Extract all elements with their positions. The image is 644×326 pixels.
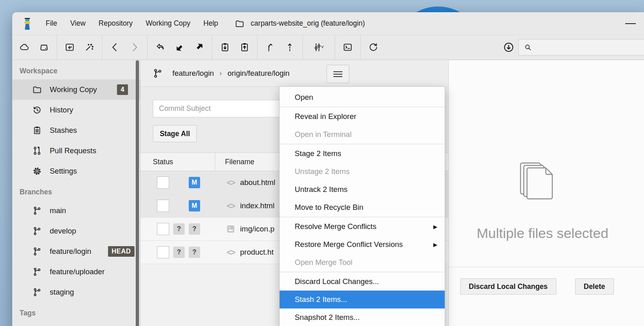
sidebar-item-label: History bbox=[50, 106, 73, 115]
menu-separator bbox=[280, 272, 445, 272]
sidebar-item-label: Stashes bbox=[50, 126, 77, 135]
branch-label: develop bbox=[50, 227, 76, 236]
stage-checkbox[interactable] bbox=[157, 223, 169, 235]
clipboard-up-icon bbox=[239, 42, 250, 53]
branch-arrow-icon bbox=[265, 42, 276, 53]
window-title-text: carparts-website_orig (feature/login) bbox=[251, 19, 365, 28]
cloud-button[interactable] bbox=[15, 37, 34, 57]
sidebar-item-branch-feature-login[interactable]: feature/login HEAD bbox=[12, 241, 140, 262]
branch-icon bbox=[32, 205, 42, 216]
filename: product.ht bbox=[240, 248, 273, 257]
search-input[interactable] bbox=[533, 44, 643, 51]
staged-status-badge: ? bbox=[173, 247, 185, 258]
menu-working-copy[interactable]: Working Copy bbox=[141, 17, 195, 30]
sidebar-item-label: Settings bbox=[50, 167, 77, 176]
stage-checkbox[interactable] bbox=[157, 200, 169, 212]
filename: index.html bbox=[240, 201, 274, 210]
branch-icon bbox=[32, 226, 42, 236]
branch-icon bbox=[32, 246, 42, 257]
sidebar-item-branch-develop[interactable]: develop bbox=[12, 221, 140, 241]
menu-file[interactable]: File bbox=[41, 17, 62, 30]
stage-checkbox[interactable] bbox=[157, 246, 169, 258]
discard-local-changes-button[interactable]: Discard Local Changes bbox=[460, 278, 556, 295]
menu-item-untrack-2-items[interactable]: Untrack 2 Items bbox=[280, 181, 445, 198]
menu-item-unstage-2-items: Unstage 2 Items bbox=[280, 163, 445, 181]
breadcrumb-local-branch[interactable]: feature/login bbox=[172, 69, 214, 78]
stage-all-button[interactable]: Stage All bbox=[153, 125, 197, 142]
branch-menu-button[interactable] bbox=[326, 65, 349, 83]
toolbar-separator bbox=[57, 35, 57, 59]
push-arrow-icon bbox=[194, 42, 205, 53]
terminal-icon bbox=[342, 42, 353, 53]
fetch-button[interactable] bbox=[150, 37, 170, 57]
code-file-icon: <> bbox=[227, 248, 234, 257]
sidebar-item-history[interactable]: History bbox=[12, 100, 140, 120]
fetch-all-button[interactable] bbox=[499, 37, 518, 57]
refresh-button[interactable] bbox=[364, 37, 383, 57]
unstaged-status-badge: ? bbox=[189, 223, 200, 235]
menu-item-move-to-recycle-bin[interactable]: Move to Recycle Bin bbox=[280, 198, 445, 216]
menu-item-snapshot-2-items[interactable]: Snapshot 2 Items... bbox=[280, 308, 445, 326]
filename: about.html bbox=[240, 178, 275, 187]
delete-button[interactable]: Delete bbox=[575, 278, 614, 295]
sidebar-item-settings[interactable]: Settings bbox=[12, 161, 140, 181]
apply-stash-button[interactable] bbox=[235, 37, 254, 57]
sidebar-item-pull-requests[interactable]: Pull Requests bbox=[12, 141, 140, 161]
unstaged-status-badge: M bbox=[189, 177, 200, 188]
context-menu: Open Reveal in Explorer Open in Terminal… bbox=[279, 86, 445, 326]
menu-item-discard-local-changes[interactable]: Discard Local Changes... bbox=[280, 273, 445, 291]
minimize-button[interactable] bbox=[625, 22, 637, 25]
unstaged-status-badge: ? bbox=[189, 247, 200, 258]
window-repo-title: carparts-website_orig (feature/login) bbox=[234, 18, 365, 29]
branch-label: main bbox=[50, 206, 66, 215]
forward-chevron-icon bbox=[129, 42, 140, 53]
menu-item-restore-merge-conflict-versions[interactable]: Restore Merge Conflict Versions ▶ bbox=[280, 236, 445, 253]
sidebar-scrollbar[interactable] bbox=[136, 60, 139, 326]
pull-request-icon bbox=[32, 145, 42, 156]
local-repos-button[interactable] bbox=[34, 37, 54, 57]
menu-help[interactable]: Help bbox=[198, 17, 223, 30]
menu-separator bbox=[280, 107, 445, 107]
menu-item-open[interactable]: Open bbox=[280, 88, 445, 106]
git-flow-button[interactable]: ˅ bbox=[306, 37, 332, 57]
pull-arrow-icon bbox=[174, 42, 185, 53]
column-header-status[interactable]: Status bbox=[153, 158, 173, 166]
open-repo-button[interactable] bbox=[60, 37, 79, 57]
terminal-button[interactable] bbox=[338, 37, 357, 57]
sidebar-item-working-copy[interactable]: Working Copy 4 bbox=[12, 79, 140, 100]
staged-status-badge: ? bbox=[173, 223, 185, 235]
rebase-button[interactable] bbox=[280, 37, 300, 57]
breadcrumb-remote-branch[interactable]: origin/feature/login bbox=[227, 69, 289, 78]
fetch-arrow-icon bbox=[154, 42, 166, 53]
column-header-filename[interactable]: Filename bbox=[225, 158, 254, 166]
menu-item-reveal-in-explorer[interactable]: Reveal in Explorer bbox=[280, 108, 445, 126]
sidebar-header-branches: Branches bbox=[12, 181, 140, 200]
fork-app-icon bbox=[22, 18, 33, 30]
stage-checkbox[interactable] bbox=[157, 176, 169, 189]
sidebar-item-branch-feature-uploader[interactable]: feature/uploader bbox=[12, 262, 140, 282]
hamburger-icon bbox=[333, 70, 342, 79]
sidebar-item-branch-staging[interactable]: staging bbox=[12, 282, 140, 302]
head-badge: HEAD bbox=[108, 246, 135, 257]
stash-button[interactable] bbox=[215, 37, 235, 57]
forward-button[interactable] bbox=[125, 37, 144, 57]
sidebar-item-branch-main[interactable]: main bbox=[12, 200, 140, 221]
push-button[interactable] bbox=[190, 37, 209, 57]
multiple-files-message: Multiple files selected bbox=[449, 225, 636, 241]
menu-item-stash-2-items[interactable]: Stash 2 Items... bbox=[280, 291, 445, 308]
pull-button[interactable] bbox=[170, 37, 190, 57]
magic-wand-icon bbox=[84, 42, 95, 53]
back-button[interactable] bbox=[105, 37, 125, 57]
minimize-icon bbox=[625, 23, 636, 24]
sidebar-item-stashes[interactable]: Stashes bbox=[12, 120, 140, 141]
detail-panel: Multiple files selected Discard Local Ch… bbox=[448, 60, 644, 326]
create-branch-button[interactable] bbox=[260, 37, 280, 57]
menu-item-stage-2-items[interactable]: Stage 2 Items bbox=[280, 145, 445, 163]
branch-label: feature/login bbox=[50, 247, 91, 256]
menu-view[interactable]: View bbox=[65, 17, 90, 30]
menu-repository[interactable]: Repository bbox=[94, 17, 138, 30]
code-file-icon: <> bbox=[227, 178, 234, 187]
menu-separator bbox=[280, 144, 445, 144]
menu-item-resolve-merge-conflicts[interactable]: Resolve Merge Conflicts ▶ bbox=[280, 218, 445, 236]
quick-actions-button[interactable] bbox=[79, 37, 99, 57]
